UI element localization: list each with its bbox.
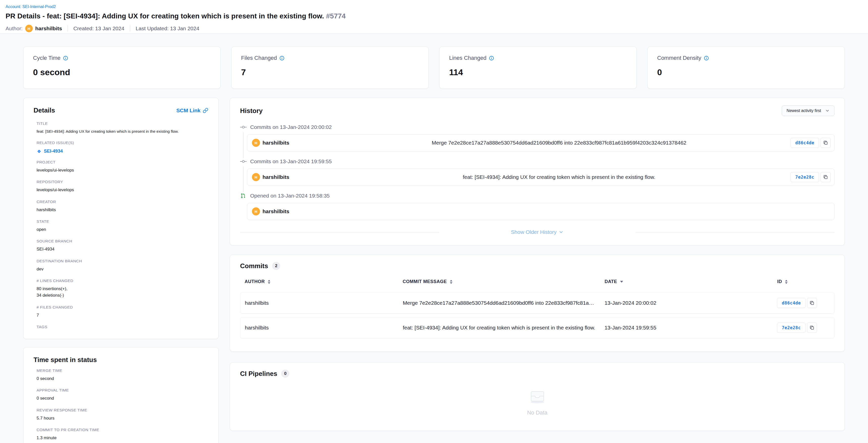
ci-pipelines-panel: CI Pipelines 0 No Data [230, 362, 845, 431]
related-issue-link[interactable]: SEI-4934 [37, 149, 208, 154]
history-heading: History [240, 107, 263, 115]
field-value: harshilbits [37, 207, 208, 213]
avatar: H [252, 139, 260, 147]
copy-icon[interactable] [807, 323, 817, 333]
column-label: AUTHOR [245, 279, 265, 284]
history-event: Commits on 13-Jan-2024 19:59:55 H harshi… [240, 158, 834, 193]
table-row: harshilbits Merge 7e2e28ce17a27a888e5307… [240, 292, 834, 314]
history-commit-author: harshilbits [262, 140, 289, 146]
history-commit-author: harshilbits [262, 174, 289, 180]
column-label: DATE [604, 279, 617, 284]
commits-heading: Commits [240, 262, 268, 270]
commits-table: AUTHOR COMMIT MESSAGE DATE ID [240, 276, 834, 338]
empty-state: No Data [240, 388, 834, 416]
author-avatar: H [25, 25, 33, 32]
account-link[interactable]: Account: SEI-Internal-Prod2 [5, 4, 56, 9]
cell-commit-message: feat: [SEI-4934]: Adding UX for creating… [403, 325, 604, 331]
metric-card-files-changed: Files Changed 7 [231, 47, 429, 89]
history-event: Commits on 13-Jan-2024 20:00:02 H harshi… [240, 124, 834, 158]
commit-sha-button[interactable]: d86c4de [790, 138, 819, 148]
history-commit-author: harshilbits [262, 208, 289, 214]
field-value: 5.7 hours [37, 415, 208, 421]
details-panel: Details SCM Link TITLE feat: [SEI-4934]:… [23, 98, 219, 339]
field-value: SEI-4934 [37, 246, 208, 253]
column-header-author[interactable]: AUTHOR [245, 279, 403, 284]
metric-cards-row: Cycle Time 0 second Files Changed 7 Line… [23, 47, 845, 89]
sort-icon [784, 279, 788, 284]
field-label: SOURCE BRANCH [37, 239, 208, 243]
field-approval-time: APPROVAL TIME 0 second [37, 388, 208, 402]
commits-panel: Commits 2 AUTHOR COMMIT MESSAGE [230, 255, 845, 352]
field-commit-to-pr-creation-time: COMMIT TO PR CREATION TIME 1.3 minute [37, 427, 208, 441]
field-label: RELATED ISSUE(S) [37, 141, 208, 145]
time-in-status-heading: Time spent in status [34, 356, 208, 364]
table-row: harshilbits feat: [SEI-4934]: Adding UX … [240, 317, 834, 338]
metric-card-cycle-time: Cycle Time 0 second [23, 47, 221, 89]
column-header-id[interactable]: ID [777, 279, 830, 284]
avatar: H [252, 173, 260, 181]
info-icon[interactable] [279, 56, 284, 61]
history-commit-message: Merge 7e2e28ce17a27a888e530754dd6ad21609… [432, 140, 686, 146]
column-label: COMMIT MESSAGE [403, 279, 447, 284]
field-label: TAGS [37, 325, 208, 329]
field-merge-time: MERGE TIME 0 second [37, 368, 208, 382]
field-label: REVIEW RESPONSE TIME [37, 408, 208, 412]
field-label: CREATOR [37, 200, 208, 204]
field-destination-branch: DESTINATION BRANCH dev [37, 259, 208, 272]
field-label: # LINES CHANGED [37, 278, 208, 283]
metric-label: Comment Density [657, 55, 701, 61]
metric-card-comment-density: Comment Density 0 [647, 47, 845, 89]
sort-desc-icon [620, 280, 624, 283]
show-older-history-button[interactable]: Show Older History [511, 229, 564, 235]
left-column: Details SCM Link TITLE feat: [SEI-4934]:… [23, 98, 219, 443]
avatar: H [252, 207, 260, 215]
copy-icon[interactable] [820, 172, 831, 182]
right-column: History Newest activity first [230, 98, 845, 431]
history-sort-dropdown[interactable]: Newest activity first [782, 106, 834, 116]
info-icon[interactable] [704, 56, 709, 61]
field-project: PROJECT levelops/ui-levelops [37, 160, 208, 174]
metric-value: 0 [657, 67, 835, 77]
metric-card-lines-changed: Lines Changed 114 [439, 47, 637, 89]
field-title: TITLE feat: [SEI-4934]: Adding UX for cr… [37, 121, 208, 135]
field-value: 7 [37, 312, 208, 319]
copy-icon[interactable] [807, 298, 817, 308]
cell-date: 13-Jan-2024 19:59:55 [604, 325, 777, 331]
commit-sha-button[interactable]: 7e2e28c [777, 323, 805, 333]
divider [240, 232, 439, 232]
field-source-branch: SOURCE BRANCH SEI-4934 [37, 239, 208, 253]
field-value: levelops/ui-levelops [37, 187, 208, 193]
page-title-text: PR Details - feat: [SEI-4934]: Adding UX… [5, 12, 324, 20]
info-icon[interactable] [63, 56, 68, 61]
scm-link-label: SCM Link [176, 108, 200, 114]
copy-icon[interactable] [820, 138, 831, 148]
created-date: Created: 13 Jan 2024 [73, 26, 124, 32]
field-related-issues: RELATED ISSUE(S) SEI-4934 [37, 141, 208, 154]
git-pull-request-open-icon [240, 193, 247, 199]
git-commit-icon [240, 159, 247, 164]
page-title: PR Details - feat: [SEI-4934]: Adding UX… [5, 12, 845, 20]
commit-sha-button[interactable]: d86c4de [777, 298, 805, 308]
info-icon[interactable] [489, 56, 494, 61]
history-sort-value: Newest activity first [786, 109, 821, 113]
field-label: REPOSITORY [37, 180, 208, 184]
field-tags: TAGS [37, 325, 208, 329]
scm-link[interactable]: SCM Link [176, 108, 208, 114]
cell-author: harshilbits [245, 325, 403, 331]
metric-value: 7 [241, 67, 419, 77]
column-label: ID [777, 279, 782, 284]
field-value: open [37, 226, 208, 233]
column-header-date[interactable]: DATE [604, 279, 777, 284]
commit-sha-button[interactable]: 7e2e28c [790, 172, 819, 182]
sort-icon [450, 279, 453, 284]
field-label: PROJECT [37, 160, 208, 165]
field-value: 80 insertions(+), 34 deletions(-) [37, 286, 208, 299]
history-commit-message: feat: [SEI-4934]: Adding UX for creating… [463, 174, 655, 180]
field-repository: REPOSITORY levelops/ui-levelops [37, 180, 208, 193]
page-header: Account: SEI-Internal-Prod2 PR Details -… [0, 0, 868, 34]
history-event-label: Commits on 13-Jan-2024 20:00:02 [250, 124, 332, 130]
last-updated-date: Last Updated: 13 Jan 2024 [136, 26, 199, 32]
author-name: harshilbits [35, 26, 62, 32]
column-header-commit-message[interactable]: COMMIT MESSAGE [403, 279, 605, 284]
history-panel: History Newest activity first [230, 98, 845, 245]
